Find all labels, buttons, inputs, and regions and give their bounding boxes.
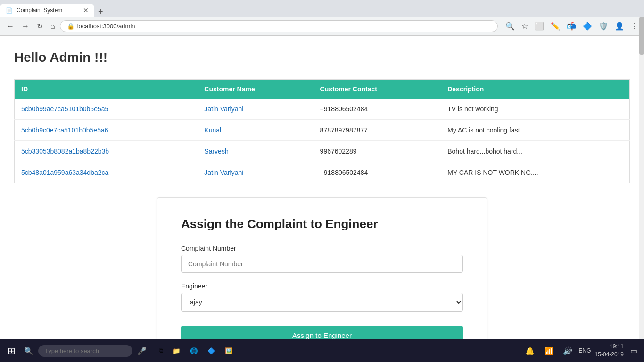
complaint-number-input[interactable]	[181, 255, 463, 273]
task-view-button[interactable]: ⧉	[155, 345, 167, 356]
tab-bar: 📄 Complaint System ✕ +	[0, 0, 644, 17]
extension3-icon[interactable]: 📬	[565, 21, 578, 32]
cell-description: Bohot hard...bohot hard...	[441, 141, 629, 162]
taskbar: ⊞ 🔍 🎤 ⧉ 📁 🌐 🔷 🖼️ 🔔 📶 🔊 ENG	[0, 339, 644, 362]
time-display: 19:11	[595, 343, 624, 351]
app5-button[interactable]: 🔷	[204, 346, 219, 356]
table-row: 5cb0b9c0e7ca5101b0b5e5a6 Kunal 878789798…	[15, 120, 630, 141]
cell-description: MY CAR IS NOT WORKING....	[441, 162, 629, 183]
engineer-label: Engineer	[181, 282, 463, 290]
wifi-icon[interactable]: 📶	[541, 345, 556, 357]
profile-icon[interactable]: 👤	[613, 21, 626, 32]
photos-button[interactable]: 🖼️	[221, 346, 237, 356]
extension4-icon[interactable]: 🔷	[581, 21, 594, 32]
table-header-row: ID Customer Name Customer Contact Descri…	[15, 80, 630, 99]
cell-name: Jatin Varlyani	[198, 162, 313, 183]
cell-id: 5cb0b99ae7ca5101b0b5e5a5	[15, 99, 198, 120]
engineer-select[interactable]: ajayrahulsureshmahesh	[181, 293, 463, 312]
photos-icon: 🖼️	[225, 347, 233, 354]
forward-button[interactable]: →	[19, 20, 32, 33]
show-desktop-button[interactable]: ▭	[627, 345, 640, 357]
taskbar-right: 🔔 📶 🔊 ENG 19:11 15-04-2019 ▭	[522, 343, 640, 359]
cell-contact: +918806502484	[314, 99, 441, 120]
cell-name: Sarvesh	[198, 141, 313, 162]
new-tab-button[interactable]: +	[94, 7, 107, 17]
cell-id: 5cb33053b8082a1ba8b22b3b	[15, 141, 198, 162]
cell-id: 5cb0b9c0e7ca5101b0b5e5a6	[15, 120, 198, 141]
cell-description: TV is not working	[441, 99, 629, 120]
extension1-icon[interactable]: ⬜	[533, 21, 546, 32]
chrome-button[interactable]: 🌐	[186, 346, 202, 356]
col-customer-contact: Customer Contact	[314, 80, 441, 99]
extension5-icon[interactable]: 🛡️	[597, 21, 610, 32]
start-button[interactable]: ⊞	[4, 343, 19, 358]
tab-page-icon: 📄	[6, 7, 13, 14]
page-title: Hello Admin !!!	[14, 50, 630, 65]
cell-contact: 8787897987877	[314, 120, 441, 141]
complaints-table: ID Customer Name Customer Contact Descri…	[14, 79, 630, 183]
tab-close-button[interactable]: ✕	[83, 7, 89, 14]
file-explorer-button[interactable]: 📁	[169, 346, 184, 356]
complaint-number-label: Complaint Number	[181, 245, 463, 252]
search-icon[interactable]: 🔍	[504, 21, 517, 32]
volume-icon[interactable]: 🔊	[560, 345, 575, 357]
file-explorer-icon: 📁	[173, 347, 181, 354]
complaint-number-group: Complaint Number	[181, 245, 463, 273]
table-row: 5cb48a01a959a63a34dba2ca Jatin Varlyani …	[15, 162, 630, 183]
chrome-icon: 🌐	[190, 347, 198, 354]
page-content: Hello Admin !!! ID Customer Name Custome…	[0, 36, 644, 339]
notification-icon[interactable]: 🔔	[522, 345, 537, 357]
col-customer-name: Customer Name	[198, 80, 313, 99]
menu-icon[interactable]: ⋮	[629, 21, 640, 32]
assign-form-card: Assign the Complaint to Engineer Complai…	[157, 197, 487, 339]
date-display: 15-04-2019	[595, 351, 624, 359]
taskbar-search-input[interactable]	[38, 345, 132, 357]
engineer-group: Engineer ajayrahulsureshmahesh	[181, 282, 463, 312]
active-tab[interactable]: 📄 Complaint System ✕	[0, 4, 94, 17]
search-taskbar-icon[interactable]: 🔍	[21, 345, 36, 357]
cell-name: Jatin Varlyani	[198, 99, 313, 120]
url-text: localhost:3000/admin	[77, 23, 135, 30]
nav-bar: ← → ↻ ⌂ 🔒 localhost:3000/admin 🔍 ☆ ⬜ ✏️ …	[0, 17, 644, 36]
cell-id: 5cb48a01a959a63a34dba2ca	[15, 162, 198, 183]
microphone-icon[interactable]: 🎤	[134, 345, 149, 357]
back-button[interactable]: ←	[4, 20, 17, 33]
table-row: 5cb33053b8082a1ba8b22b3b Sarvesh 9967602…	[15, 141, 630, 162]
scrollbar-thumb[interactable]	[639, 17, 644, 55]
address-bar[interactable]: 🔒 localhost:3000/admin	[60, 20, 498, 32]
col-id: ID	[15, 80, 198, 99]
cell-contact: 9967602289	[314, 141, 441, 162]
scrollbar[interactable]	[639, 17, 644, 339]
cell-contact: +918806502484	[314, 162, 441, 183]
nav-icons: 🔍 ☆ ⬜ ✏️ 📬 🔷 🛡️ 👤 ⋮	[504, 21, 640, 32]
tab-title: Complaint System	[17, 7, 62, 14]
reload-button[interactable]: ↻	[34, 20, 46, 33]
cell-name: Kunal	[198, 120, 313, 141]
browser-window: 📄 Complaint System ✕ + ← → ↻ ⌂ 🔒 localho…	[0, 0, 644, 362]
form-title: Assign the Complaint to Engineer	[181, 217, 463, 231]
taskbar-clock: 19:11 15-04-2019	[595, 343, 624, 359]
cell-description: My AC is not cooling fast	[441, 120, 629, 141]
home-button[interactable]: ⌂	[48, 20, 58, 33]
col-description: Description	[441, 80, 629, 99]
table-row: 5cb0b99ae7ca5101b0b5e5a5 Jatin Varlyani …	[15, 99, 630, 120]
extension2-icon[interactable]: ✏️	[549, 21, 562, 32]
task-view-icon: ⧉	[159, 347, 163, 354]
taskbar-apps: ⧉ 📁 🌐 🔷 🖼️	[155, 345, 237, 356]
assign-button[interactable]: Assign to Engineer	[181, 326, 463, 339]
bookmark-icon[interactable]: ☆	[520, 21, 530, 32]
app5-icon: 🔷	[207, 347, 215, 354]
lock-icon: 🔒	[67, 23, 74, 30]
language-label: ENG	[579, 347, 591, 354]
